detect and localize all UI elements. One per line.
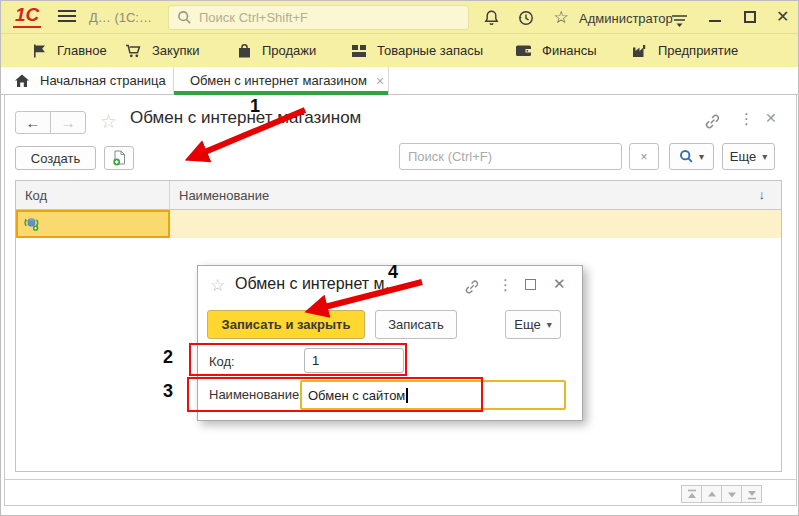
column-header-name[interactable]: Наименование (170, 181, 781, 209)
flag-icon (31, 43, 47, 59)
create-button[interactable]: Создать (15, 146, 96, 170)
column-header-code[interactable]: Код (16, 181, 170, 209)
bag-icon (237, 43, 252, 59)
go-first-icon[interactable] (681, 485, 702, 503)
menu-item-enterprise[interactable]: Предприятие (631, 34, 738, 67)
menu-item-purchases[interactable]: Закупки (125, 34, 199, 67)
list-scroll-buttons (682, 485, 762, 503)
history-icon[interactable] (516, 8, 536, 28)
menu-label: Продажи (262, 43, 316, 58)
factory-icon (631, 43, 648, 59)
window-title: Д… (1С:… (89, 10, 152, 25)
tabbar: Начальная страница Обмен с интернет мага… (1, 67, 798, 95)
history-nav-group: ← → (15, 111, 86, 134)
dialog-close-icon[interactable]: ✕ (553, 275, 566, 293)
current-user[interactable]: Администратор (579, 11, 673, 26)
code-field-label: Код: (209, 354, 235, 369)
dialog-maximize-icon[interactable] (525, 279, 536, 290)
boxes-icon (351, 43, 367, 59)
menu-label: Товарные запасы (377, 43, 483, 58)
more-label: Еще (730, 149, 756, 164)
close-button[interactable]: ✕ (776, 7, 789, 26)
name-field-value: Обмен с сайтом (308, 388, 405, 403)
1c-logo: 1С (13, 4, 41, 28)
create-new-group-icon-button[interactable] (104, 146, 134, 170)
chevron-down-icon: ▾ (547, 319, 552, 330)
section-menubar: Главное Закупки Продажи Товарные запасы … (1, 34, 798, 67)
titlebar: 1С Д… (1С:… Поиск Ctrl+Shift+F ☆ Админис… (1, 1, 798, 34)
wallet-icon (515, 43, 532, 58)
go-up-icon[interactable] (701, 485, 722, 503)
global-search-input[interactable]: Поиск Ctrl+Shift+F (168, 5, 469, 30)
code-field-input[interactable]: 1 (304, 348, 404, 373)
menu-label: Закупки (152, 43, 199, 58)
name-field-label: Наименование: (209, 387, 303, 402)
footer-divider (5, 479, 796, 480)
name-field-input[interactable]: Обмен с сайтом (300, 380, 566, 410)
list-search-placeholder: Поиск (Ctrl+F) (408, 149, 492, 164)
tab-home-page[interactable]: Начальная страница (1, 67, 174, 94)
main-menu-icon[interactable] (58, 10, 76, 24)
menu-label: Предприятие (658, 43, 738, 58)
form-more-kebab-icon[interactable]: ⋮ (739, 110, 754, 128)
chevron-down-icon: ▾ (762, 151, 767, 162)
page-title: Обмен с интернет магазином (130, 108, 361, 128)
chevron-down-icon: ▾ (699, 151, 704, 162)
table-row[interactable] (16, 210, 781, 238)
list-search-input[interactable]: Поиск (Ctrl+F) (399, 143, 622, 170)
exchange-item-dialog: ☆ Обмен с интернет м… ⋮ ✕ Записать и зак… (197, 265, 583, 421)
app-window: 1С Д… (1С:… Поиск Ctrl+Shift+F ☆ Админис… (0, 0, 799, 516)
code-field-value: 1 (312, 353, 319, 368)
favorites-star-icon[interactable]: ☆ (551, 8, 571, 28)
forward-button[interactable]: → (50, 111, 86, 134)
minimize-button[interactable] (709, 9, 721, 22)
menu-item-finance[interactable]: Финансы (515, 34, 597, 67)
table-header: Код Наименование ↓ (16, 181, 781, 210)
list-search: Поиск (Ctrl+F) × (399, 143, 659, 170)
tab-close-icon[interactable]: × (376, 73, 384, 89)
cell-name-selected[interactable] (170, 210, 781, 238)
menu-item-sales[interactable]: Продажи (237, 34, 316, 67)
dialog-favorite-star-icon[interactable]: ☆ (210, 275, 225, 296)
get-link-icon[interactable] (704, 113, 721, 130)
search-options-button[interactable]: ▾ (669, 143, 714, 170)
dialog-more-kebab-icon[interactable]: ⋮ (498, 276, 513, 294)
cell-code-selected[interactable] (16, 210, 170, 238)
back-button[interactable]: ← (15, 111, 51, 134)
more-button[interactable]: Еще ▾ (722, 143, 775, 170)
global-search-placeholder: Поиск Ctrl+Shift+F (199, 10, 308, 25)
menu-item-main[interactable]: Главное (31, 34, 107, 67)
search-icon (177, 10, 192, 25)
menu-label: Финансы (542, 43, 597, 58)
cart-icon (125, 43, 142, 59)
notifications-bell-icon[interactable] (481, 8, 501, 28)
clear-search-icon[interactable]: × (629, 143, 659, 170)
dialog-title: Обмен с интернет м… (235, 275, 401, 293)
go-down-icon[interactable] (721, 485, 742, 503)
save-button[interactable]: Записать (375, 310, 457, 339)
tab-label: Обмен с интернет магазином (190, 73, 367, 88)
go-last-icon[interactable] (741, 485, 762, 503)
menu-label: Главное (57, 43, 107, 58)
menu-item-inventory[interactable]: Товарные запасы (351, 34, 483, 67)
dialog-get-link-icon[interactable] (464, 279, 480, 295)
form-close-icon[interactable]: ✕ (765, 110, 777, 126)
maximize-button[interactable] (744, 11, 756, 23)
add-favorite-star-icon[interactable]: ☆ (100, 110, 117, 133)
tab-exchange-online-store[interactable]: Обмен с интернет магазином × (174, 67, 389, 94)
exchange-new-icon (23, 215, 41, 233)
dialog-titlebar: ☆ Обмен с интернет м… ⋮ ✕ (198, 266, 582, 303)
service-menu-icon[interactable] (669, 10, 689, 30)
save-and-close-button[interactable]: Записать и закрыть (207, 310, 365, 339)
dialog-more-button[interactable]: Еще ▾ (505, 310, 561, 339)
tab-label: Начальная страница (40, 73, 166, 88)
dialog-more-label: Еще (514, 317, 540, 332)
text-cursor (406, 388, 408, 403)
sort-desc-icon[interactable]: ↓ (759, 187, 766, 202)
home-icon (14, 73, 30, 88)
